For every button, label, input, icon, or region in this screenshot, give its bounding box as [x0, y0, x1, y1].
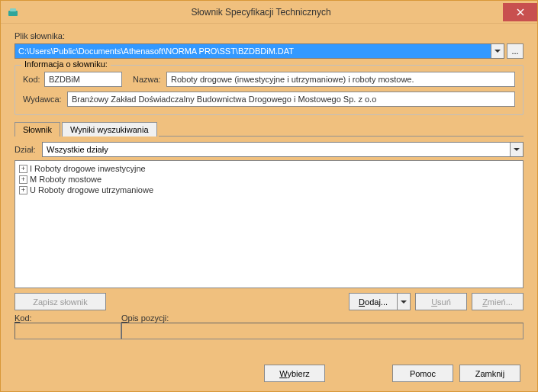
close-button[interactable]: [503, 3, 537, 21]
close-dialog-label: Zamknij: [475, 369, 505, 378]
kod-label: Kod:: [23, 75, 44, 84]
wydawca-field[interactable]: [67, 92, 515, 107]
select-button-label: Wybierz: [279, 369, 310, 378]
dzial-combo[interactable]: Wszystkie działy: [42, 142, 524, 157]
tab-slownik-label: Słownik: [23, 125, 52, 134]
file-path-dropdown-arrow[interactable]: [491, 44, 504, 58]
expand-icon[interactable]: +: [19, 175, 27, 184]
save-dictionary-label: Zapisz słownik: [33, 297, 88, 307]
dzial-label: Dział:: [14, 145, 39, 154]
bottom-opis-label: Opis pozycji:: [121, 313, 524, 323]
bottom-kod-label: Kod:: [14, 313, 121, 323]
close-dialog-button[interactable]: Zamknij: [459, 365, 520, 382]
file-label: Plik słownika:: [14, 31, 65, 40]
svg-rect-0: [8, 11, 18, 16]
browse-label: ...: [511, 47, 518, 56]
tab-wyniki[interactable]: Wyniki wyszukiwania: [62, 122, 157, 137]
tree-item-label: U Roboty drogowe utrzymaniowe: [30, 185, 153, 194]
svg-rect-1: [10, 8, 16, 11]
tree-item[interactable]: + U Roboty drogowe utrzymaniowe: [18, 185, 520, 195]
dialog-window: Słownik Specyfikacji Technicznych Plik s…: [0, 0, 538, 392]
tree-item[interactable]: + I Roboty drogowe inwestycyjne: [18, 163, 520, 174]
tree-item-label: M Roboty mostowe: [30, 175, 101, 184]
wydawca-label: Wydawca:: [23, 95, 67, 104]
tab-slownik[interactable]: Słownik: [14, 122, 60, 137]
expand-icon[interactable]: +: [19, 165, 27, 173]
bottom-kod-field[interactable]: [14, 323, 121, 339]
titlebar: Słownik Specyfikacji Technicznych: [1, 1, 537, 24]
change-button-label: Zmień...: [482, 297, 513, 307]
info-groupbox: Informacja o słowniku: Kod: Nazwa: Wydaw…: [14, 65, 524, 115]
tab-bar: Słownik Wyniki wyszukiwania: [14, 121, 524, 136]
browse-button[interactable]: ...: [507, 43, 524, 59]
expand-icon[interactable]: +: [19, 186, 27, 194]
file-path-combo[interactable]: C:\Users\Public\Documents\Athenasoft\NOR…: [14, 43, 504, 59]
dzial-combo-text: Wszystkie działy: [43, 143, 510, 156]
delete-button-label: Usuń: [431, 297, 451, 307]
tab-separator: [159, 122, 524, 137]
kod-field[interactable]: [44, 72, 122, 87]
close-icon: [517, 8, 524, 16]
add-button[interactable]: Dodaj...: [349, 293, 397, 310]
help-button[interactable]: Pomoc: [392, 365, 453, 382]
help-button-label: Pomoc: [410, 369, 436, 378]
content-area: Plik słownika: C:\Users\Public\Documents…: [1, 24, 537, 391]
file-path-text: C:\Users\Public\Documents\Athenasoft\NOR…: [15, 44, 491, 58]
bottom-opis-field[interactable]: [121, 323, 524, 339]
tree-view[interactable]: + I Roboty drogowe inwestycyjne + M Robo…: [14, 160, 524, 288]
app-icon: [7, 6, 19, 18]
delete-button: Usuń: [415, 293, 467, 310]
add-button-dropdown[interactable]: [397, 293, 411, 310]
nazwa-field[interactable]: [166, 72, 515, 87]
tree-item[interactable]: + M Roboty mostowe: [18, 174, 520, 185]
dzial-dropdown-arrow[interactable]: [510, 143, 523, 156]
nazwa-label: Nazwa:: [133, 75, 166, 84]
tab-wyniki-label: Wyniki wyszukiwania: [70, 125, 149, 134]
info-group-title: Informacja o słowniku:: [21, 59, 111, 69]
add-button-label: Dodaj...: [359, 297, 388, 307]
window-title: Słownik Specyfikacji Technicznych: [19, 7, 503, 18]
select-button[interactable]: Wybierz: [264, 365, 325, 382]
save-dictionary-button: Zapisz słownik: [14, 293, 106, 310]
change-button: Zmień...: [472, 293, 524, 310]
tree-item-label: I Roboty drogowe inwestycyjne: [30, 164, 146, 173]
